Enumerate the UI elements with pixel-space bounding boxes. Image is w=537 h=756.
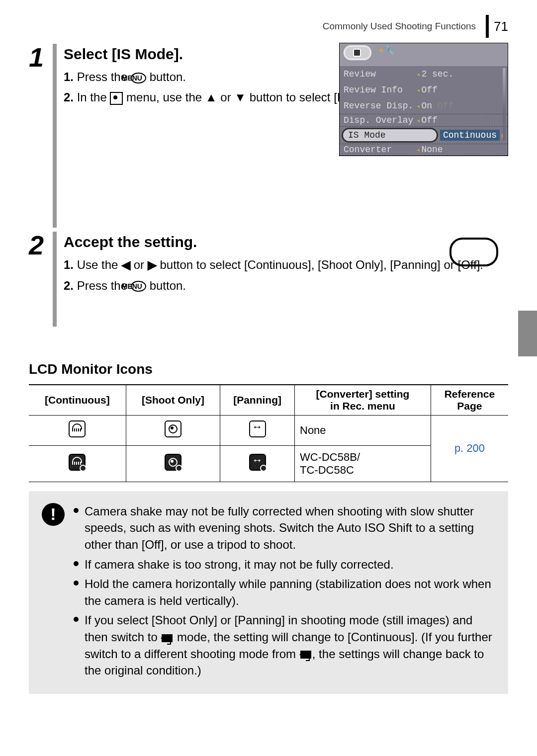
warning-notes: ! Camera shake may not be fully correcte…	[29, 491, 508, 694]
lcd-row-converter: Converter◂None	[340, 144, 508, 156]
table-row: None p. 200	[29, 415, 508, 445]
shootonly-conv-icon	[165, 454, 181, 471]
panning-conv-icon	[249, 454, 266, 471]
cell-converter-none: None	[295, 415, 431, 445]
manual-page: Commonly Used Shooting Functions 71 1 Se…	[0, 0, 537, 714]
step2-item2: 2. Press the MENU button.	[64, 276, 508, 295]
step-number-2: 2	[29, 232, 50, 326]
th-reference: ReferencePage	[431, 385, 508, 416]
lcd-icons-table: [Continuous] [Shoot Only] [Panning] [Con…	[29, 384, 508, 482]
page-header: Commonly Used Shooting Functions 71	[29, 15, 508, 38]
warning-icon: !	[42, 503, 65, 526]
note-item: If camera shake is too strong, it may no…	[74, 556, 495, 573]
thumb-tab	[518, 311, 537, 356]
step-bar	[53, 44, 57, 228]
panning-icon	[249, 420, 266, 437]
lcd-row-review: Review◂2 sec.	[340, 66, 508, 82]
section-name: Commonly Used Shooting Functions	[323, 21, 476, 32]
menu-button-icon: MENU	[131, 73, 146, 84]
cell-reference: p. 200	[431, 415, 508, 482]
step2-item1: 1. Use the ◀ or ▶ button to select [Cont…	[64, 255, 508, 274]
right-arrow-icon: ▶	[148, 258, 157, 271]
movie-mode-icon	[162, 634, 173, 642]
cell-converter-wc: WC-DC58B/ TC-DC58C	[295, 445, 431, 482]
note-item: Hold the camera horizontally while panni…	[74, 576, 495, 609]
th-shootonly: [Shoot Only]	[126, 385, 220, 416]
th-continuous: [Continuous]	[29, 385, 126, 416]
th-panning: [Panning]	[220, 385, 295, 416]
header-divider	[486, 15, 489, 38]
continuous-conv-icon	[69, 454, 86, 471]
movie-mode-icon	[300, 651, 311, 659]
step-2: 2 Accept the setting. 1. Use the ◀ or ▶ …	[29, 232, 508, 326]
step-bar	[53, 232, 57, 326]
lcd-row-reviewinfo: Review Info◂Off	[340, 82, 508, 98]
note-item: If you select [Shoot Only] or [Panning] …	[74, 612, 495, 678]
note-item: Camera shake may not be fully corrected …	[74, 503, 495, 553]
page-number: 71	[494, 19, 508, 34]
empty-callout-icon	[449, 238, 498, 266]
lcd-tabs: ✦🔧	[340, 43, 508, 66]
rec-menu-icon	[110, 92, 123, 105]
lcd-row-reversedisp: Reverse Disp.◂On Off	[340, 98, 508, 114]
step-number-1: 1	[29, 44, 50, 228]
lcd-scrollbar	[503, 68, 506, 141]
lcd-row-ismode: IS Mode Continuous ▸	[340, 127, 508, 144]
icons-section-title: LCD Monitor Icons	[29, 361, 508, 377]
shootonly-icon	[165, 420, 181, 437]
up-arrow-icon: ▲	[205, 90, 217, 104]
tools-tab-icon: ✦🔧	[377, 45, 394, 56]
lcd-row-dispoverlay: Disp. Overlay◂Off	[340, 114, 508, 127]
left-arrow-icon: ◀	[121, 258, 130, 271]
continuous-icon	[69, 420, 86, 437]
menu-button-icon: MENU	[131, 281, 146, 292]
th-converter: [Converter] settingin Rec. menu	[295, 385, 431, 416]
table-header-row: [Continuous] [Shoot Only] [Panning] [Con…	[29, 385, 508, 416]
down-arrow-icon: ▼	[234, 90, 246, 104]
rec-tab-icon	[344, 45, 371, 60]
step2-title: Accept the setting.	[64, 234, 508, 251]
camera-lcd-screenshot: ✦🔧 Review◂2 sec. Review Info◂Off Reverse…	[339, 43, 508, 156]
